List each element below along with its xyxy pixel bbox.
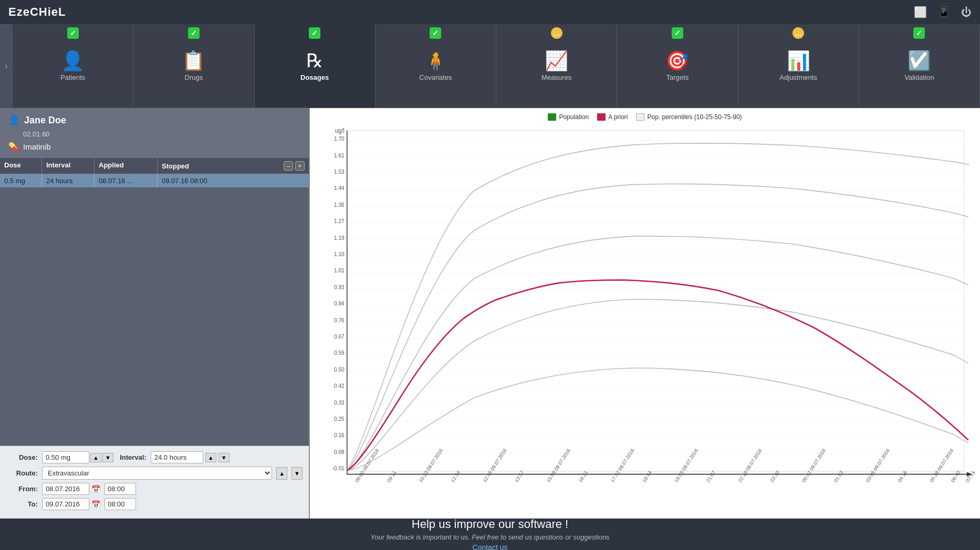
dose-down-btn[interactable]: ▼ xyxy=(102,453,113,462)
header-icons: ⬜ 📱 ⏻ xyxy=(914,6,972,18)
nav-item-drugs[interactable]: ✓ 📋 Drugs xyxy=(133,24,254,108)
svg-text:-0.01: -0.01 xyxy=(332,466,345,471)
patient-drug-row: 💊 Imatinib xyxy=(8,142,300,152)
svg-text:0.25: 0.25 xyxy=(334,416,345,422)
from-calendar-btn[interactable]: 📅 xyxy=(91,485,100,493)
form-row-to: To: 📅 xyxy=(6,498,303,510)
chart-svg: ug/l 1.70 1.61 1.53 1.44 1.36 1.27 1.19 … xyxy=(315,125,975,511)
chart-area: Population A priori Pop. percentiles (10… xyxy=(310,108,980,519)
validation-label: Validation xyxy=(904,73,934,81)
covariates-icon: 🧍 xyxy=(424,51,447,70)
svg-text:0.84: 0.84 xyxy=(334,301,345,306)
interval-label: Interval: xyxy=(118,453,147,461)
power-icon[interactable]: ⏻ xyxy=(961,6,972,18)
table-plus-btn[interactable]: + xyxy=(295,161,305,171)
interval-input[interactable] xyxy=(151,451,203,463)
measures-icon: 📈 xyxy=(545,51,568,70)
legend-percentiles-color xyxy=(636,113,644,121)
drugs-badge: ✓ xyxy=(188,27,200,39)
dosage-table-body[interactable]: 0.5 mg 24 hours 08.07.16 ... 09.07.16 08… xyxy=(0,174,309,446)
footer-subtitle: Your feedback is important to us. Feel f… xyxy=(370,533,609,541)
patients-badge: ✓ xyxy=(67,27,79,39)
svg-text:1.61: 1.61 xyxy=(334,152,345,158)
nav-item-dosages[interactable]: ✓ ℞ Dosages xyxy=(255,24,376,108)
contact-link[interactable]: Contact us xyxy=(473,543,508,551)
mobile-icon[interactable]: 📱 xyxy=(937,6,951,18)
interval-down-btn[interactable]: ▼ xyxy=(218,453,230,462)
nav-item-validation[interactable]: ✓ ☑️ Validation xyxy=(859,24,980,108)
to-calendar-btn[interactable]: 📅 xyxy=(91,500,100,509)
svg-text:0.42: 0.42 xyxy=(334,383,345,389)
dose-stepper[interactable]: ▲ ▼ xyxy=(42,451,113,463)
svg-text:1.44: 1.44 xyxy=(334,185,345,191)
app-header: EzeCHieL ⬜ 📱 ⏻ xyxy=(0,0,980,24)
cell-dose: 0.5 mg xyxy=(0,174,42,187)
nav-arrow-left[interactable]: › xyxy=(0,24,13,108)
svg-text:0.16: 0.16 xyxy=(334,432,345,438)
form-row-from: From: 📅 xyxy=(6,483,303,495)
navbar: › ✓ 👤 Patients ✓ 📋 Drugs ✓ ℞ Dosages ✓ 🧍… xyxy=(0,24,980,108)
cell-interval: 24 hours xyxy=(42,174,95,187)
patients-icon: 👤 xyxy=(61,51,85,70)
svg-text:1.53: 1.53 xyxy=(334,169,345,175)
dosages-badge: ✓ xyxy=(309,27,320,39)
nav-item-targets[interactable]: ✓ 🎯 Targets xyxy=(617,24,738,108)
route-select[interactable]: Extravascular xyxy=(42,467,272,480)
legend-apriori: A priori xyxy=(597,113,628,121)
dosage-form: Dose: ▲ ▼ Interval: ▲ ▼ Route: Extravasc… xyxy=(0,446,309,519)
legend-apriori-color xyxy=(597,113,606,121)
svg-text:1.27: 1.27 xyxy=(334,218,345,224)
dose-label: Dose: xyxy=(6,453,38,461)
col-stopped: Stopped – + xyxy=(158,158,309,174)
from-label: From: xyxy=(6,485,38,493)
patient-drug: Imatinib xyxy=(23,142,51,151)
svg-text:0.08: 0.08 xyxy=(334,449,345,454)
from-time-input[interactable] xyxy=(105,483,136,495)
from-date-group: 📅 xyxy=(42,483,100,495)
app-title: EzeCHieL xyxy=(8,5,66,19)
measures-label: Measures xyxy=(541,73,571,81)
dosages-icon: ℞ xyxy=(306,51,323,70)
to-label: To: xyxy=(6,500,38,508)
to-date-input[interactable] xyxy=(42,498,89,510)
route-down-btn[interactable]: ▼ xyxy=(291,467,303,480)
svg-text:1.01: 1.01 xyxy=(334,268,345,273)
nav-item-patients[interactable]: ✓ 👤 Patients xyxy=(13,24,133,108)
footer: Help us improve our software ! Your feed… xyxy=(0,519,980,550)
dose-up-btn[interactable]: ▲ xyxy=(90,453,101,462)
svg-text:0.50: 0.50 xyxy=(334,366,345,372)
person-icon: 👤 xyxy=(8,114,20,126)
cell-applied: 08.07.16 ... xyxy=(95,174,158,187)
nav-items: ✓ 👤 Patients ✓ 📋 Drugs ✓ ℞ Dosages ✓ 🧍 C… xyxy=(13,24,980,108)
col-applied: Applied xyxy=(95,158,158,174)
cell-stopped: 09.07.16 08:00 xyxy=(158,174,309,187)
drugs-label: Drugs xyxy=(185,73,203,81)
table-action-icons: – + xyxy=(284,161,305,171)
chart-svg-container: ug/l 1.70 1.61 1.53 1.44 1.36 1.27 1.19 … xyxy=(315,125,975,511)
svg-text:0.33: 0.33 xyxy=(334,399,345,405)
tablet-icon[interactable]: ⬜ xyxy=(914,6,927,18)
measures-badge: … xyxy=(551,27,562,39)
targets-badge: ✓ xyxy=(672,27,683,39)
interval-up-btn[interactable]: ▲ xyxy=(205,453,216,462)
patient-name: Jane Doe xyxy=(24,115,66,126)
nav-item-measures[interactable]: … 📈 Measures xyxy=(496,24,617,108)
dose-input[interactable] xyxy=(42,451,89,463)
svg-rect-0 xyxy=(347,131,964,471)
interval-group[interactable]: ▲ ▼ xyxy=(151,451,230,463)
route-up-btn[interactable]: ▲ xyxy=(276,467,287,480)
nav-item-covariates[interactable]: ✓ 🧍 Covariates xyxy=(376,24,496,108)
table-row[interactable]: 0.5 mg 24 hours 08.07.16 ... 09.07.16 08… xyxy=(0,174,309,187)
patient-info: 👤 Jane Doe 02.01.60 💊 Imatinib xyxy=(0,108,309,158)
route-label: Route: xyxy=(6,469,38,477)
patients-label: Patients xyxy=(60,73,85,81)
legend-percentiles-label: Pop. percentiles (10-25-50-75-90) xyxy=(647,113,742,121)
from-date-input[interactable] xyxy=(42,483,89,495)
table-minus-btn[interactable]: – xyxy=(284,161,293,171)
to-time-input[interactable] xyxy=(105,498,136,510)
patient-name-row: 👤 Jane Doe xyxy=(8,114,300,126)
validation-icon: ☑️ xyxy=(908,51,931,70)
drugs-icon: 📋 xyxy=(182,51,205,70)
nav-item-adjustments[interactable]: … 📊 Adjustments xyxy=(738,24,859,108)
col-interval: Interval xyxy=(42,158,95,174)
